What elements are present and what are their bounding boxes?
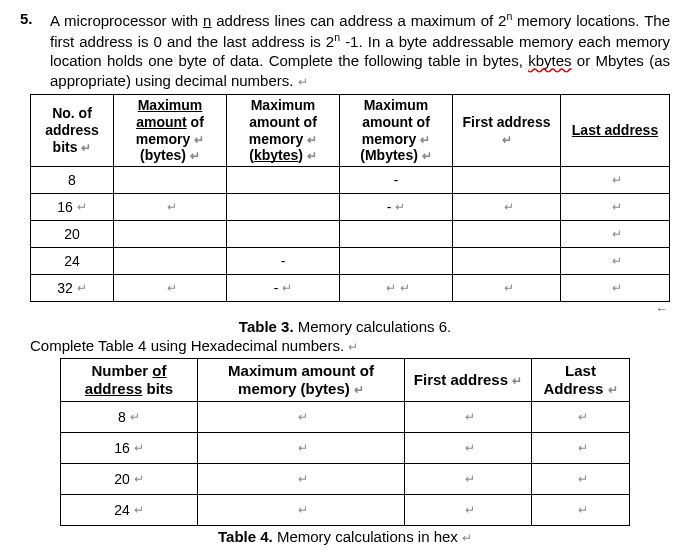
table-cell: ↵ xyxy=(405,402,532,433)
return-mark-icon: ↵ xyxy=(465,410,475,424)
table-cell: ↵ xyxy=(198,402,405,433)
table-cell xyxy=(227,167,340,194)
table-4-caption: Table 4. Memory calculations in hex ↵ xyxy=(20,528,670,545)
return-mark-icon: ↵ xyxy=(134,472,144,486)
t4-h1: Number of address bits xyxy=(61,359,198,402)
table-cell: - xyxy=(227,248,340,275)
qtext-1: A microprocessor with xyxy=(50,12,203,29)
table4-intro: Complete Table 4 using Hexadecimal numbe… xyxy=(30,337,670,354)
table-4: Number of address bits Maximum amount of… xyxy=(60,358,630,526)
table-row: 24 ↵↵↵↵ xyxy=(61,495,630,526)
return-mark-icon: ↵ xyxy=(386,281,396,295)
table-cell: ↵ xyxy=(532,464,630,495)
table-cell: ↵ xyxy=(561,167,670,194)
table-cell: ↵ xyxy=(114,194,227,221)
cell-value: 20 xyxy=(64,226,80,242)
return-mark-icon: ↵ xyxy=(81,141,91,155)
table-cell: - ↵ xyxy=(227,275,340,302)
table-cell: 8 xyxy=(31,167,114,194)
return-mark-icon: ↵ xyxy=(307,133,317,147)
table-cell xyxy=(114,248,227,275)
table-cell xyxy=(453,221,561,248)
table-row: 20 ↵↵↵↵ xyxy=(61,464,630,495)
table-cell: ↵ xyxy=(198,495,405,526)
table-cell: ↵ xyxy=(561,248,670,275)
t3-h2a: Maximum xyxy=(138,97,203,113)
return-mark-icon: ↵ xyxy=(465,472,475,486)
return-mark-icon: ↵ xyxy=(194,133,204,147)
table-3-caption: Table 3. Memory calculations 6. xyxy=(20,318,670,335)
t3-h6a: Last address xyxy=(572,122,658,138)
t3-cap-r: Memory calculations 6. xyxy=(294,318,452,335)
t3-h2: Maximum amount of memory ↵ (bytes) ↵ xyxy=(114,95,227,167)
table-cell xyxy=(227,194,340,221)
return-mark-icon: ↵ xyxy=(420,133,430,147)
t4-h2: Maximum amount of memory (bytes) ↵ xyxy=(198,359,405,402)
t3-h5: First address ↵ xyxy=(453,95,561,167)
t3-h3c: kbytes xyxy=(254,147,298,163)
table-cell: 20 ↵ xyxy=(61,464,198,495)
table-cell xyxy=(114,221,227,248)
table-cell xyxy=(340,248,453,275)
t3-h5a: First address xyxy=(463,114,551,130)
table-cell: ↵ xyxy=(532,402,630,433)
t3-h1c: bits xyxy=(53,139,82,155)
cell-value: 16 xyxy=(57,199,73,215)
t3-h2b: amount xyxy=(136,114,187,130)
t3-h3: Maximum amount of memory ↵ (kbytes) ↵ xyxy=(227,95,340,167)
table-cell xyxy=(227,221,340,248)
cell-value: 24 xyxy=(64,253,80,269)
return-mark-icon: ↵ xyxy=(504,281,514,295)
return-mark-icon: ↵ xyxy=(395,200,405,214)
cell-value: 8 xyxy=(68,172,76,188)
question-block: 5. A microprocessor with n address lines… xyxy=(20,10,670,90)
table-cell: ↵ xyxy=(453,275,561,302)
return-mark-icon: ↵ xyxy=(612,200,622,214)
table-cell: ↵ xyxy=(453,194,561,221)
return-mark-icon: ↵ xyxy=(77,281,87,295)
t3-h1: No. of address bits ↵ xyxy=(31,95,114,167)
table-cell: ↵↵ xyxy=(340,275,453,302)
cell-value: 8 xyxy=(118,409,126,425)
cell-value: 16 xyxy=(114,440,130,456)
return-mark-icon: ↵ xyxy=(502,133,512,147)
table-row: 32 ↵↵- ↵↵↵↵↵ xyxy=(31,275,670,302)
table-cell: 24 ↵ xyxy=(61,495,198,526)
return-mark-icon: ↵ xyxy=(465,503,475,517)
table-cell: - xyxy=(340,167,453,194)
table-cell: ↵ xyxy=(561,275,670,302)
return-mark-icon: ↵ xyxy=(354,383,364,397)
table-cell xyxy=(340,221,453,248)
qtext-kbytes: kbytes xyxy=(528,52,571,69)
t3-h3d: ) xyxy=(298,147,307,163)
table-cell xyxy=(453,167,561,194)
table-row: 8-↵ xyxy=(31,167,670,194)
return-mark-icon: ↵ xyxy=(298,472,308,486)
return-mark-icon: ↵ xyxy=(298,503,308,517)
return-mark-icon: ↵ xyxy=(298,75,308,89)
return-mark-icon: ↵ xyxy=(612,281,622,295)
t3-cap-b: Table 3. xyxy=(239,318,294,335)
table-row: 8 ↵↵↵↵ xyxy=(61,402,630,433)
return-mark-icon: ↵ xyxy=(578,410,588,424)
question-text: A microprocessor with n address lines ca… xyxy=(50,10,670,90)
t3-h2d: (bytes) xyxy=(140,147,190,163)
return-mark-icon: ↵ xyxy=(512,374,522,388)
t4-h1d: bits xyxy=(142,380,173,397)
t3-h4: Maximum amount of memory ↵ (Mbytes) ↵ xyxy=(340,95,453,167)
t3-h4b: (Mbytes) xyxy=(360,147,421,163)
return-mark-icon: ↵ xyxy=(134,503,144,517)
table-cell: ↵ xyxy=(198,433,405,464)
table-cell: 24 xyxy=(31,248,114,275)
return-mark-icon: ↵ xyxy=(465,441,475,455)
table-cell: ↵ xyxy=(405,464,532,495)
return-mark-icon: ↵ xyxy=(307,149,317,163)
table-cell: ↵ xyxy=(405,495,532,526)
return-mark-icon: ↵ xyxy=(612,173,622,187)
table-row: 24-↵ xyxy=(31,248,670,275)
qtext-2: address lines can address a maximum of 2 xyxy=(211,12,506,29)
t4-h1b: of xyxy=(152,362,166,379)
return-mark-icon: ↵ xyxy=(190,149,200,163)
return-mark-icon: ↵ xyxy=(134,441,144,455)
table-row: 16 ↵↵- ↵↵↵ xyxy=(31,194,670,221)
